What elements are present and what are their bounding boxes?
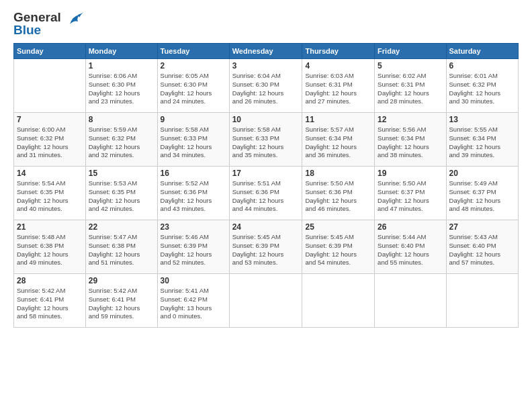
calendar-cell: 24Sunrise: 5:45 AM Sunset: 6:39 PM Dayli… — [229, 220, 302, 274]
calendar-cell: 6Sunrise: 6:01 AM Sunset: 6:32 PM Daylig… — [446, 59, 518, 113]
calendar-cell: 5Sunrise: 6:02 AM Sunset: 6:31 PM Daylig… — [375, 59, 446, 113]
calendar-cell: 10Sunrise: 5:58 AM Sunset: 6:33 PM Dayli… — [229, 113, 302, 167]
weekday-header-row: SundayMondayTuesdayWednesdayThursdayFrid… — [14, 44, 519, 59]
header: General Blue — [13, 11, 519, 36]
day-number: 9 — [161, 115, 226, 124]
day-number: 20 — [449, 169, 515, 178]
calendar-cell: 21Sunrise: 5:48 AM Sunset: 6:38 PM Dayli… — [14, 220, 86, 274]
day-number: 16 — [161, 169, 226, 178]
day-number: 17 — [232, 169, 300, 178]
day-number: 12 — [378, 115, 443, 124]
calendar-cell: 3Sunrise: 6:04 AM Sunset: 6:30 PM Daylig… — [229, 59, 302, 113]
day-number: 15 — [89, 169, 154, 178]
calendar-cell: 12Sunrise: 5:56 AM Sunset: 6:34 PM Dayli… — [375, 113, 446, 167]
day-number: 13 — [449, 115, 515, 124]
day-number: 6 — [449, 61, 515, 71]
day-number: 8 — [89, 115, 154, 124]
day-number: 18 — [305, 169, 371, 178]
calendar-cell: 30Sunrise: 5:41 AM Sunset: 6:42 PM Dayli… — [157, 274, 229, 328]
calendar-cell: 16Sunrise: 5:52 AM Sunset: 6:36 PM Dayli… — [157, 167, 229, 220]
day-info: Sunrise: 5:54 AM Sunset: 6:35 PM Dayligh… — [17, 179, 83, 214]
day-number: 2 — [161, 61, 226, 71]
calendar-cell — [229, 274, 302, 328]
calendar-cell: 7Sunrise: 6:00 AM Sunset: 6:32 PM Daylig… — [14, 113, 86, 167]
calendar-cell: 1Sunrise: 6:06 AM Sunset: 6:30 PM Daylig… — [85, 59, 157, 113]
day-info: Sunrise: 6:00 AM Sunset: 6:32 PM Dayligh… — [17, 126, 83, 160]
calendar-cell: 2Sunrise: 6:05 AM Sunset: 6:30 PM Daylig… — [157, 59, 229, 113]
calendar-cell: 20Sunrise: 5:49 AM Sunset: 6:37 PM Dayli… — [446, 167, 518, 220]
day-info: Sunrise: 5:56 AM Sunset: 6:34 PM Dayligh… — [378, 126, 443, 160]
day-info: Sunrise: 5:46 AM Sunset: 6:39 PM Dayligh… — [161, 233, 226, 267]
day-number: 26 — [378, 222, 443, 232]
day-info: Sunrise: 5:42 AM Sunset: 6:41 PM Dayligh… — [17, 287, 83, 321]
day-info: Sunrise: 5:59 AM Sunset: 6:32 PM Dayligh… — [89, 126, 154, 160]
day-info: Sunrise: 6:02 AM Sunset: 6:31 PM Dayligh… — [378, 72, 443, 106]
day-info: Sunrise: 5:41 AM Sunset: 6:42 PM Dayligh… — [161, 287, 226, 321]
calendar-cell: 18Sunrise: 5:50 AM Sunset: 6:36 PM Dayli… — [302, 167, 375, 220]
day-number: 19 — [378, 169, 443, 178]
day-info: Sunrise: 5:50 AM Sunset: 6:36 PM Dayligh… — [305, 179, 371, 214]
week-row-1: 1Sunrise: 6:06 AM Sunset: 6:30 PM Daylig… — [14, 59, 519, 113]
calendar-cell: 14Sunrise: 5:54 AM Sunset: 6:35 PM Dayli… — [14, 167, 86, 220]
weekday-header-thursday: Thursday — [302, 44, 375, 59]
day-info: Sunrise: 6:06 AM Sunset: 6:30 PM Dayligh… — [89, 72, 154, 106]
day-info: Sunrise: 5:45 AM Sunset: 6:39 PM Dayligh… — [232, 233, 300, 267]
day-number: 28 — [17, 276, 83, 285]
day-info: Sunrise: 5:52 AM Sunset: 6:36 PM Dayligh… — [161, 179, 226, 214]
day-number: 25 — [305, 222, 371, 232]
day-number: 11 — [305, 115, 371, 124]
day-number: 23 — [161, 222, 226, 232]
day-number: 4 — [305, 61, 371, 71]
calendar-cell: 25Sunrise: 5:45 AM Sunset: 6:39 PM Dayli… — [302, 220, 375, 274]
day-info: Sunrise: 5:51 AM Sunset: 6:36 PM Dayligh… — [232, 179, 300, 214]
day-info: Sunrise: 5:58 AM Sunset: 6:33 PM Dayligh… — [161, 126, 226, 160]
day-info: Sunrise: 5:57 AM Sunset: 6:34 PM Dayligh… — [305, 126, 371, 160]
weekday-header-monday: Monday — [85, 44, 157, 59]
calendar-cell: 13Sunrise: 5:55 AM Sunset: 6:34 PM Dayli… — [446, 113, 518, 167]
calendar-cell: 9Sunrise: 5:58 AM Sunset: 6:33 PM Daylig… — [157, 113, 229, 167]
day-info: Sunrise: 5:42 AM Sunset: 6:41 PM Dayligh… — [89, 287, 154, 321]
day-info: Sunrise: 6:04 AM Sunset: 6:30 PM Dayligh… — [232, 72, 300, 106]
calendar-cell: 17Sunrise: 5:51 AM Sunset: 6:36 PM Dayli… — [229, 167, 302, 220]
weekday-header-tuesday: Tuesday — [157, 44, 229, 59]
day-number: 1 — [89, 61, 154, 71]
day-number: 7 — [17, 115, 83, 124]
weekday-header-sunday: Sunday — [14, 44, 86, 59]
week-row-5: 28Sunrise: 5:42 AM Sunset: 6:41 PM Dayli… — [14, 274, 519, 328]
day-number: 22 — [89, 222, 154, 232]
day-number: 10 — [232, 115, 300, 124]
day-info: Sunrise: 5:53 AM Sunset: 6:35 PM Dayligh… — [89, 179, 154, 214]
day-info: Sunrise: 5:43 AM Sunset: 6:40 PM Dayligh… — [449, 233, 515, 267]
calendar-cell — [375, 274, 446, 328]
calendar-cell: 15Sunrise: 5:53 AM Sunset: 6:35 PM Dayli… — [85, 167, 157, 220]
weekday-header-saturday: Saturday — [446, 44, 518, 59]
calendar-cell — [302, 274, 375, 328]
day-info: Sunrise: 5:45 AM Sunset: 6:39 PM Dayligh… — [305, 233, 371, 267]
weekday-header-wednesday: Wednesday — [229, 44, 302, 59]
day-info: Sunrise: 6:05 AM Sunset: 6:30 PM Dayligh… — [161, 72, 226, 106]
week-row-3: 14Sunrise: 5:54 AM Sunset: 6:35 PM Dayli… — [14, 167, 519, 220]
calendar-cell: 28Sunrise: 5:42 AM Sunset: 6:41 PM Dayli… — [14, 274, 86, 328]
day-info: Sunrise: 5:44 AM Sunset: 6:40 PM Dayligh… — [378, 233, 443, 267]
day-number: 14 — [17, 169, 83, 178]
calendar-cell: 29Sunrise: 5:42 AM Sunset: 6:41 PM Dayli… — [85, 274, 157, 328]
logo: General Blue — [13, 11, 85, 36]
day-info: Sunrise: 5:47 AM Sunset: 6:38 PM Dayligh… — [89, 233, 154, 267]
day-info: Sunrise: 5:49 AM Sunset: 6:37 PM Dayligh… — [449, 179, 515, 214]
day-number: 29 — [89, 276, 154, 285]
calendar-cell: 22Sunrise: 5:47 AM Sunset: 6:38 PM Dayli… — [85, 220, 157, 274]
day-info: Sunrise: 5:50 AM Sunset: 6:37 PM Dayligh… — [378, 179, 443, 214]
calendar-cell — [14, 59, 86, 113]
calendar-cell: 27Sunrise: 5:43 AM Sunset: 6:40 PM Dayli… — [446, 220, 518, 274]
calendar-cell: 11Sunrise: 5:57 AM Sunset: 6:34 PM Dayli… — [302, 113, 375, 167]
week-row-4: 21Sunrise: 5:48 AM Sunset: 6:38 PM Dayli… — [14, 220, 519, 274]
day-info: Sunrise: 5:48 AM Sunset: 6:38 PM Dayligh… — [17, 233, 83, 267]
calendar-cell: 8Sunrise: 5:59 AM Sunset: 6:32 PM Daylig… — [85, 113, 157, 167]
calendar-table: SundayMondayTuesdayWednesdayThursdayFrid… — [13, 43, 519, 328]
logo-blue: Blue — [13, 24, 61, 36]
calendar-page: General Blue SundayMondayTuesdayWednesda… — [0, 0, 532, 411]
day-number: 24 — [232, 222, 300, 232]
day-number: 27 — [449, 222, 515, 232]
logo-bird-icon — [64, 9, 85, 30]
calendar-cell: 19Sunrise: 5:50 AM Sunset: 6:37 PM Dayli… — [375, 167, 446, 220]
